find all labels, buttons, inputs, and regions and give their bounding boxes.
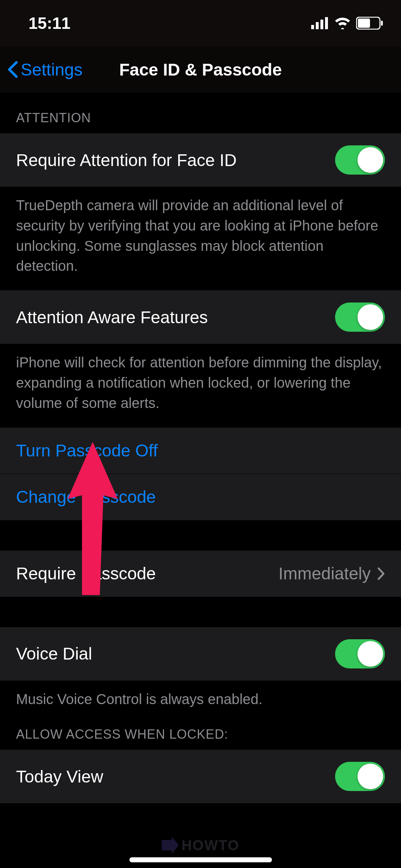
wifi-icon	[334, 17, 351, 29]
section-attention-header: ATTENTION	[0, 93, 401, 133]
cellular-icon	[311, 17, 329, 29]
watermark: HOWTO	[161, 837, 240, 854]
svg-rect-6	[381, 21, 383, 26]
toggle-require-attention[interactable]	[335, 145, 385, 175]
back-label: Settings	[21, 60, 82, 79]
page-title: Face ID & Passcode	[119, 60, 282, 79]
row-link-label: Change Passcode	[16, 487, 156, 507]
row-value: Immediately	[278, 564, 385, 583]
chevron-left-icon	[7, 61, 18, 78]
row-require-passcode[interactable]: Require Passcode Immediately	[0, 551, 401, 597]
toggle-voice-dial[interactable]	[335, 639, 385, 668]
row-label: Attention Aware Features	[16, 308, 208, 327]
footer-require-attention: TrueDepth camera will provide an additio…	[0, 187, 401, 290]
row-turn-passcode-off[interactable]: Turn Passcode Off	[0, 428, 401, 474]
row-attention-aware[interactable]: Attention Aware Features	[0, 290, 401, 344]
row-value-text: Immediately	[278, 564, 371, 583]
status-time: 15:11	[29, 14, 71, 33]
svg-rect-0	[311, 25, 314, 29]
row-label: Voice Dial	[16, 644, 92, 663]
row-require-attention[interactable]: Require Attention for Face ID	[0, 133, 401, 187]
toggle-today-view[interactable]	[335, 762, 385, 791]
row-label: Today View	[16, 767, 103, 786]
svg-rect-1	[316, 22, 319, 29]
toggle-attention-aware[interactable]	[335, 303, 385, 332]
svg-rect-5	[358, 19, 370, 28]
home-indicator[interactable]	[129, 857, 272, 862]
spacer	[0, 520, 401, 551]
back-button[interactable]: Settings	[7, 60, 82, 79]
watermark-text: HOWTO	[181, 837, 240, 853]
footer-voice-dial: Music Voice Control is always enabled.	[0, 681, 401, 713]
svg-rect-2	[320, 20, 323, 29]
svg-rect-3	[325, 17, 328, 29]
row-voice-dial[interactable]: Voice Dial	[0, 627, 401, 681]
battery-icon	[356, 17, 383, 30]
row-change-passcode[interactable]: Change Passcode	[0, 474, 401, 520]
status-bar: 15:11	[0, 0, 401, 46]
nav-bar: Settings Face ID & Passcode	[0, 46, 401, 93]
row-label: Require Passcode	[16, 564, 156, 583]
watermark-arrow-icon	[161, 837, 179, 854]
section-allow-access-header: ALLOW ACCESS WHEN LOCKED:	[0, 713, 401, 750]
chevron-right-icon	[377, 567, 385, 580]
spacer	[0, 597, 401, 627]
footer-attention-aware: iPhone will check for attention before d…	[0, 344, 401, 427]
status-indicators	[311, 17, 383, 30]
row-today-view[interactable]: Today View	[0, 750, 401, 803]
row-link-label: Turn Passcode Off	[16, 441, 158, 460]
row-label: Require Attention for Face ID	[16, 150, 237, 170]
